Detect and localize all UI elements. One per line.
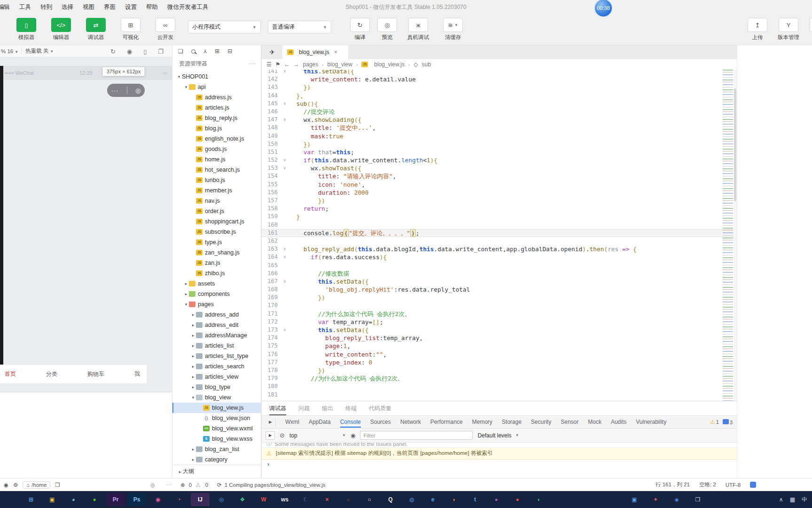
code-line-181[interactable]: 181 xyxy=(262,391,737,399)
tool-simulator[interactable]: ▯模拟器 xyxy=(11,18,41,41)
exit-icon[interactable]: ◎ xyxy=(135,87,141,94)
code-line-157[interactable]: 157 }) xyxy=(262,197,737,205)
tab-blog-view-js[interactable]: JS blog_view.js × xyxy=(282,45,348,59)
code-line-156[interactable]: 156 duration: 2000 xyxy=(262,189,737,197)
tree-item-address_edit[interactable]: ▸address_edit xyxy=(172,320,261,330)
devtools-tab-mock[interactable]: Mock xyxy=(588,419,601,425)
tree-item-blog-js[interactable]: JSblog.js xyxy=(172,123,261,134)
devtools-tab-storage[interactable]: Storage xyxy=(502,419,522,425)
debug-tab-代码质量[interactable]: 代码质量 xyxy=(369,405,391,413)
taskbar-icon-photoshop[interactable]: Ps xyxy=(127,493,146,506)
devtools-tab-memory[interactable]: Memory xyxy=(472,419,492,425)
tree-item-subscribe-js[interactable]: JSsubscribe.js xyxy=(172,227,261,237)
taskbar-icon-app-w[interactable]: W xyxy=(254,493,273,506)
record-icon[interactable]: ◉ xyxy=(127,48,132,55)
menu-item[interactable]: 视图 xyxy=(78,0,99,14)
code-line-153[interactable]: 153∨ wx.showToast({ xyxy=(262,164,737,172)
fold-icon[interactable]: ∨ xyxy=(281,156,289,164)
debug-tab-终端[interactable]: 终端 xyxy=(345,405,357,413)
tree-item-nav-js[interactable]: JSnav.js xyxy=(172,196,261,206)
tree-item-type-js[interactable]: JStype.js xyxy=(172,237,261,247)
mini-program-capsule[interactable]: ··· ◎ xyxy=(107,84,145,97)
forward-icon[interactable]: → xyxy=(294,61,299,68)
taskbar-icon-app-blue[interactable]: ◕ xyxy=(64,493,83,506)
taskbar-icon-app-ball[interactable]: ◍ xyxy=(402,493,421,506)
editor-scrollbar[interactable] xyxy=(734,70,737,401)
breadcrumb-item[interactable]: blog_view.js xyxy=(374,61,405,68)
code-line-161[interactable]: 161 console.log("提交。评论。。。。"); xyxy=(262,229,737,237)
debug-tab-输出[interactable]: 输出 xyxy=(322,405,333,413)
taskbar-icon-app-jade[interactable]: ❖ xyxy=(233,493,252,506)
more-icon[interactable]: ··· xyxy=(249,60,256,67)
devtools-tab-sources[interactable]: Sources xyxy=(370,419,391,425)
indent-setting[interactable]: 空格: 2 xyxy=(699,481,716,488)
tree-item-address-js[interactable]: JSaddress.js xyxy=(172,92,261,103)
taskbar-icon-app-red[interactable]: ● xyxy=(508,493,527,506)
code-line-179[interactable]: 179 //为什么加这个代码 会执行2次。 xyxy=(262,374,737,382)
tree-item-category[interactable]: ▸category xyxy=(172,454,261,465)
console-warning-row[interactable]: ⚠ [sitemap 索引情况提示] 根据 sitemap 的规则[0]，当前页… xyxy=(262,448,737,460)
code-line-170[interactable]: 170 xyxy=(262,302,737,310)
tool-device-debug[interactable]: ж真机调试 xyxy=(403,18,433,41)
devtools-tab-wxml[interactable]: Wxml xyxy=(285,419,299,425)
fold-icon[interactable]: ∨ xyxy=(281,100,289,108)
tree-item-zan_shang-js[interactable]: JSzan_shang.js xyxy=(172,247,261,258)
tree-item-addressManage[interactable]: ▸addressManage xyxy=(172,330,261,341)
tool-upload[interactable]: ↥上传 xyxy=(746,18,769,41)
code-line-144[interactable]: 144 }, xyxy=(262,92,737,100)
code-line-171[interactable]: 171 //为什么加这个代码 会执行2次。 xyxy=(262,310,737,318)
tree-item-zhibo-js[interactable]: JSzhibo.js xyxy=(172,268,261,278)
more-icon[interactable]: ··· xyxy=(166,482,172,488)
tree-item-blog_view-wxss[interactable]: Sblog_view.wxss xyxy=(172,434,261,444)
tree-item-blog_view-wxml[interactable]: <>blog_view.wxml xyxy=(172,423,261,434)
code-line-152[interactable]: 152∨ if(this.data.write_content.length<1… xyxy=(262,156,737,164)
phone-icon[interactable]: ▯ xyxy=(143,48,147,55)
taskbar-icon-wps[interactable]: ws xyxy=(275,493,294,506)
settings-icon[interactable]: ⚙ xyxy=(13,482,18,488)
taskbar-icon-app-purple[interactable]: ● xyxy=(487,493,506,506)
code-line-160[interactable]: 160 xyxy=(262,221,737,229)
windows-icon[interactable]: ❐ xyxy=(158,48,164,55)
taskbar-icon-camera[interactable]: ◉ xyxy=(148,493,167,506)
taskbar-icon-edge[interactable]: e xyxy=(423,493,442,506)
tree-item-blog_view[interactable]: ▾blog_view xyxy=(172,392,261,403)
taskbar-icon-app-ring[interactable]: ○ xyxy=(360,493,379,506)
code-line-159[interactable]: 159 } xyxy=(262,213,737,221)
taskbar-icon-app-bird[interactable]: t xyxy=(466,493,484,506)
taskbar-icon-app-moon[interactable]: ☾ xyxy=(297,493,315,506)
breadcrumb-item[interactable]: blog_view xyxy=(328,61,352,68)
devtools-tab-sensor[interactable]: Sensor xyxy=(561,419,578,425)
tool-visual[interactable]: ⊞可视化 xyxy=(116,18,146,41)
code-line-169[interactable]: 169 }) xyxy=(262,294,737,302)
problem-counts[interactable]: ⊗0 ⚠0 xyxy=(180,482,208,488)
phone-tab-1[interactable]: 首页 xyxy=(5,370,16,378)
tool-clear-cache[interactable]: ≋▼清缓存 xyxy=(438,18,468,41)
tree-item-shoppingcart-js[interactable]: JSshoppingcart.js xyxy=(172,216,261,227)
devtools-tab-audits[interactable]: Audits xyxy=(611,419,626,425)
tool-details[interactable]: ☰详情 xyxy=(808,18,812,41)
tree-item-goods-js[interactable]: JSgoods.js xyxy=(172,144,261,154)
console-sidebar-icon[interactable]: ▶ xyxy=(265,431,275,440)
tree-item-english_note-js[interactable]: JSenglish_note.js xyxy=(172,134,261,144)
encoding-setting[interactable]: UTF-8 xyxy=(726,482,741,488)
code-line-155[interactable]: 155 icon: 'none', xyxy=(262,181,737,189)
back-icon[interactable]: ← xyxy=(284,61,290,68)
taskbar-icon-app-x[interactable]: × xyxy=(318,493,336,506)
taskbar-icon-tray-app-2[interactable]: ✦ xyxy=(646,493,665,506)
current-page-chip[interactable]: ⌂/home xyxy=(23,481,50,489)
code-line-147[interactable]: 147∨ wx.showLoading({ xyxy=(262,116,737,124)
code-line-145[interactable]: 145∨ sub(){ xyxy=(262,100,737,108)
code-line-163[interactable]: 163∨ blog_reply_add(this.data.blogId,thi… xyxy=(262,245,737,253)
tree-item-articles-js[interactable]: JSarticles.js xyxy=(172,103,261,113)
taskbar-icon-wechat[interactable]: ◖ xyxy=(529,493,548,506)
tree-item-articles_search[interactable]: ▸articles_search xyxy=(172,361,261,372)
code-line-142[interactable]: 142 write_content: e.detail.value xyxy=(262,75,737,83)
fold-icon[interactable]: ∨ xyxy=(281,164,289,172)
code-line-168[interactable]: 168 'blog_obj.replyHit':res.data.reply_t… xyxy=(262,286,737,294)
taskbar-icon-firefox[interactable]: ◗ xyxy=(445,493,463,506)
tree-item-order-js[interactable]: JSorder.js xyxy=(172,206,261,216)
tree-item-components[interactable]: ▸components xyxy=(172,289,261,299)
devtools-tab-security[interactable]: Security xyxy=(531,419,551,425)
fold-icon[interactable]: ∨ xyxy=(281,245,289,253)
inspect-element-icon[interactable]: ▶ xyxy=(265,418,276,426)
